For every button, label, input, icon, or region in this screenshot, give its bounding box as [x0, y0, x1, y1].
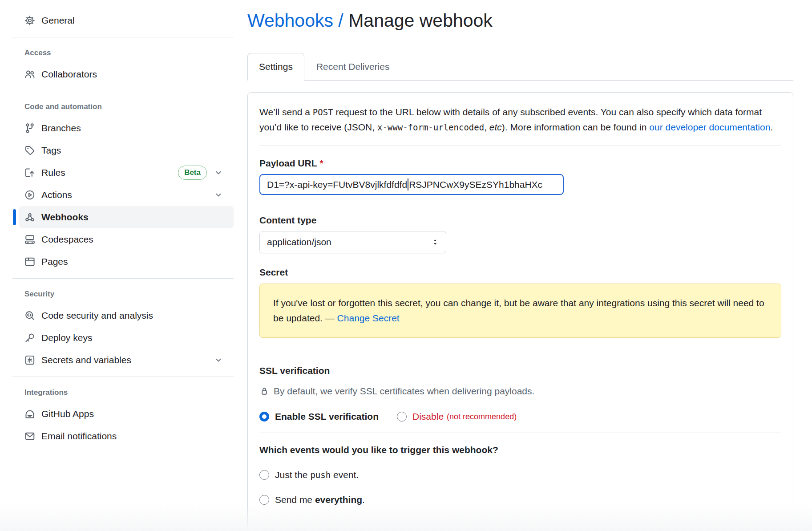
just-push-radio[interactable] [259, 470, 269, 480]
secret-label: Secret [259, 267, 781, 278]
push-code: push [310, 470, 331, 480]
page-title: Webhooks / Manage webhook [247, 10, 793, 31]
webhook-icon [24, 212, 35, 223]
active-item-marker [13, 209, 16, 225]
change-secret-link[interactable]: Change Secret [337, 313, 400, 323]
disable-ssl-group: Disable (not recommended) [397, 411, 517, 422]
enable-ssl-radio[interactable] [259, 412, 269, 422]
webhook-settings-main: Webhooks / Manage webhook Settings Recen… [247, 0, 793, 531]
event-option-everything: Send me everything. [259, 495, 781, 505]
rules-icon [24, 167, 35, 178]
tab-settings[interactable]: Settings [247, 53, 304, 81]
sidebar-divider [12, 377, 234, 377]
sidebar-item-general[interactable]: General [19, 9, 234, 32]
developer-documentation-link[interactable]: our developer documentation [649, 122, 770, 132]
sidebar-section-security: Security [12, 288, 247, 300]
event-option-push: Just the push event. [259, 470, 781, 480]
key-icon [24, 332, 35, 343]
events-question: Which events would you like to trigger t… [259, 445, 781, 455]
beta-badge: Beta [178, 166, 207, 180]
sidebar-item-label: Email notifications [41, 431, 117, 442]
sidebar-item-label: Tags [41, 145, 61, 156]
codescan-icon [24, 310, 35, 321]
settings-sidebar: General Access Collaborators Code and au… [0, 0, 247, 531]
chevron-down-icon[interactable] [214, 191, 223, 199]
chevron-down-icon[interactable] [214, 356, 223, 365]
sidebar-section-integrations: Integrations [12, 387, 247, 398]
tab-recent-deliveries[interactable]: Recent Deliveries [305, 53, 401, 80]
sidebar-divider [12, 91, 234, 91]
people-icon [24, 69, 35, 80]
sidebar-divider [12, 37, 234, 37]
sidebar-divider [12, 278, 234, 279]
payload-url-input[interactable]: D1=?x-api-key=FUtvBV8vjlkfdfdfdRSJPNCwX9… [259, 174, 564, 195]
disable-ssl-radio[interactable] [397, 412, 407, 422]
sidebar-item-collaborators[interactable]: Collaborators [19, 63, 234, 85]
secret-warning-banner: If you've lost or forgotten this secret,… [259, 284, 781, 338]
sidebar-item-label: Code security and analysis [41, 310, 153, 321]
payload-url-label: Payload URL* [259, 158, 781, 169]
webhook-settings-panel: We’ll send a POST request to the URL bel… [247, 92, 793, 531]
sidebar-item-codespaces[interactable]: Codespaces [19, 228, 234, 251]
disable-ssl-note: (not recommended) [447, 412, 517, 422]
sidebar-item-label: Rules [41, 167, 65, 178]
sidebar-item-label: Pages [41, 256, 68, 267]
sidebar-item-pages[interactable]: Pages [19, 251, 234, 273]
text-cursor [408, 178, 408, 191]
sidebar-item-label: Webhooks [41, 212, 89, 223]
sidebar-item-code-security[interactable]: Code security and analysis [19, 304, 234, 327]
send-everything-radio[interactable] [259, 495, 269, 505]
content-type-select[interactable]: application/json [259, 231, 446, 253]
send-everything-label: Send me everything. [275, 495, 365, 505]
hubot-icon [24, 409, 35, 419]
browser-icon [24, 256, 35, 267]
sidebar-item-label: Secrets and variables [41, 355, 131, 365]
sidebar-item-github-apps[interactable]: GitHub Apps [19, 403, 234, 425]
select-arrows-icon [431, 238, 440, 247]
chevron-down-icon[interactable] [214, 168, 223, 177]
sidebar-item-label: Branches [41, 123, 81, 134]
asterisk-icon [24, 355, 35, 365]
page-title-current: Manage webhook [348, 10, 493, 31]
git-branch-icon [24, 123, 35, 134]
codespaces-icon [24, 234, 35, 245]
ssl-note-text: By default, we verify SSL certificates w… [274, 386, 534, 397]
gear-icon [24, 15, 35, 26]
ssl-note: By default, we verify SSL certificates w… [259, 386, 781, 397]
sidebar-item-label: General [41, 15, 75, 26]
post-code: POST [313, 107, 333, 117]
sidebar-item-actions[interactable]: Actions [19, 184, 234, 206]
ssl-radio-group: Enable SSL verification Disable (not rec… [259, 411, 781, 422]
sidebar-item-branches[interactable]: Branches [19, 117, 234, 139]
section-divider [259, 433, 781, 433]
mail-icon [24, 431, 35, 442]
tag-icon [24, 145, 35, 156]
just-push-label: Just the push event. [275, 470, 359, 480]
sidebar-item-label: GitHub Apps [41, 409, 94, 419]
sidebar-section-code-automation: Code and automation [12, 101, 247, 113]
content-type-label: Content type [259, 215, 781, 226]
ssl-verification-heading: SSL verification [259, 365, 781, 376]
required-asterisk: * [320, 158, 323, 168]
lock-icon [259, 386, 269, 396]
sidebar-section-access: Access [12, 47, 247, 59]
sidebar-item-label: Actions [41, 190, 72, 200]
play-icon [24, 190, 35, 200]
sidebar-item-label: Deploy keys [41, 332, 92, 343]
tabnav: Settings Recent Deliveries [247, 53, 793, 81]
enable-ssl-label: Enable SSL verification [275, 411, 379, 422]
section-divider [259, 146, 781, 146]
urlencoded-code: x-www-form-urlencoded [377, 122, 484, 132]
sidebar-item-tags[interactable]: Tags [19, 139, 234, 162]
webhook-description: We’ll send a POST request to the URL bel… [259, 105, 776, 135]
disable-ssl-label: Disable [412, 411, 444, 422]
sidebar-item-rules[interactable]: Rules Beta [19, 162, 234, 184]
content-type-value: application/json [267, 237, 331, 247]
sidebar-item-label: Codespaces [41, 234, 93, 245]
webhooks-breadcrumb-link[interactable]: Webhooks / [247, 10, 343, 31]
sidebar-item-webhooks[interactable]: Webhooks [19, 206, 234, 228]
sidebar-item-deploy-keys[interactable]: Deploy keys [19, 327, 234, 349]
sidebar-item-email-notifications[interactable]: Email notifications [19, 425, 234, 447]
sidebar-item-label: Collaborators [41, 69, 97, 80]
sidebar-item-secrets-variables[interactable]: Secrets and variables [19, 349, 234, 371]
